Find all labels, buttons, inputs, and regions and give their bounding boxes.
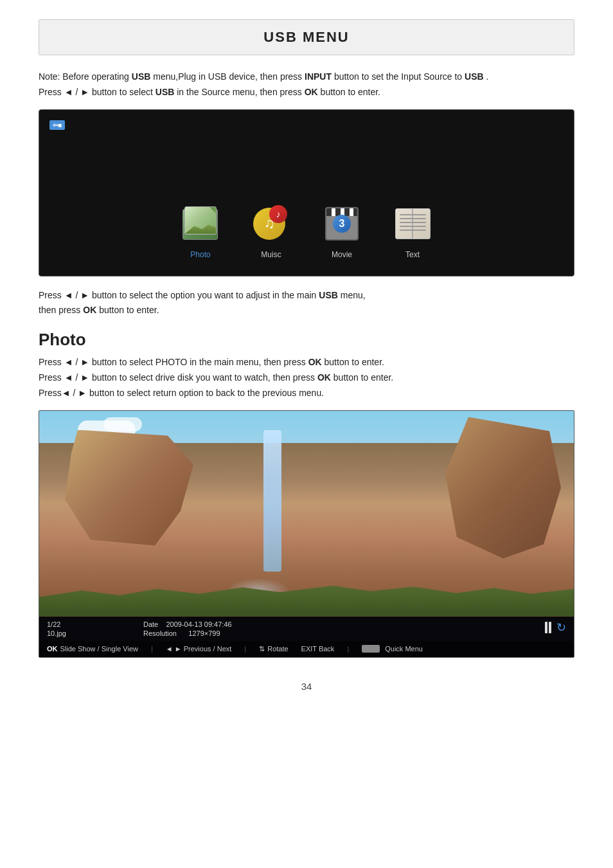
page-number: 34	[39, 681, 574, 692]
note-line1-end: .	[484, 71, 489, 82]
photo-viewer: 1/22 10.jpg Date 2009-04-13 09:47:46 Res…	[39, 410, 574, 658]
photo-filename: 10.jpg	[47, 629, 85, 637]
photo-date-label: Date	[143, 620, 158, 628]
note-ok-bold: OK	[305, 87, 318, 97]
photo-date-row: Date 2009-04-13 09:47:46	[143, 620, 526, 628]
note-line1-post: button to set the Input Source to	[332, 71, 465, 82]
usb-item-movie[interactable]: 3 Movie	[319, 201, 364, 259]
select-line2-pre: then press	[39, 305, 83, 315]
ctrl-exit: EXIT Back	[301, 645, 335, 653]
info-center: Date 2009-04-13 09:47:46 Resolution 1279…	[143, 620, 526, 637]
photo-ok1-bold: OK	[308, 357, 322, 367]
music-icon-box: ♫ ♪	[249, 201, 294, 246]
select-paragraph: Press ◄ / ► button to select the option …	[39, 288, 574, 319]
select-ok-bold: OK	[83, 305, 96, 315]
book-icon	[395, 208, 431, 239]
ctrl-ok: OK Slide Show / Single View	[47, 645, 138, 653]
select-line1-pre: Press ◄ / ► button to select the option …	[39, 290, 319, 300]
select-line1-post: menu,	[338, 290, 366, 300]
photo-icon	[181, 204, 220, 244]
pause-bar-1	[545, 622, 547, 633]
book-line-4	[400, 226, 426, 227]
photo-corner	[209, 207, 216, 213]
usb-icons-row: Photo ♫ ♪ Muisc 3 Movie	[49, 136, 564, 266]
photo-res-row: Resolution 1279×799	[143, 629, 526, 637]
book-line-2	[400, 218, 426, 219]
text-icon-box	[390, 201, 435, 246]
photo-front	[184, 206, 217, 235]
note-input-bold: INPUT	[305, 71, 332, 82]
pause-bar-2	[549, 622, 551, 633]
note-usb2-bold: USB	[465, 71, 484, 82]
ctrl-exit-label: EXIT Back	[301, 645, 335, 653]
ctrl-sep-3: |	[347, 645, 349, 653]
photo-line2-post: button to enter.	[331, 372, 393, 383]
text-label: Text	[405, 250, 420, 259]
photo-line1-pre: Press ◄ / ► button to select PHOTO in th…	[39, 357, 308, 367]
ctrl-ok-action: Slide Show / Single View	[60, 645, 138, 653]
movie-clapboard: 3	[325, 207, 359, 240]
photo-label: Photo	[190, 250, 210, 259]
note-line1-mid: menu,Plug in USB device, then press	[150, 71, 305, 82]
waterfall	[263, 430, 281, 572]
note-usb3-bold: USB	[155, 87, 175, 97]
photo-ok2-bold: OK	[317, 372, 331, 383]
movie-icon: 3	[322, 204, 362, 244]
photo-canvas	[39, 411, 574, 617]
book-line-3	[400, 222, 426, 223]
ctrl-rotate-label: Rotate	[267, 645, 288, 653]
quick-menu-icon	[362, 645, 380, 653]
movie-icon-box: 3	[319, 201, 364, 246]
photo-icon-box	[178, 201, 223, 246]
note-line2-end: button to enter.	[318, 87, 380, 97]
page-title: USB MENU	[39, 29, 574, 46]
photo-counter: 1/22	[47, 620, 85, 628]
page-title-box: USB MENU	[39, 19, 574, 55]
book-lines	[400, 214, 426, 231]
text-icon	[393, 204, 432, 244]
pause-icon	[545, 622, 551, 633]
refresh-icon: ↻	[556, 620, 566, 635]
info-right: ↻	[545, 620, 566, 635]
ctrl-sep-2: |	[244, 645, 246, 653]
movie-number: 3	[333, 215, 351, 233]
usb-screen: ⇦■ Photo ♫ ♪	[39, 109, 574, 276]
book-line-1	[400, 214, 426, 215]
ctrl-quick: Quick Menu	[362, 645, 423, 653]
music-extra: ♪	[269, 205, 287, 223]
note-paragraph-1: Note: Before operating USB menu,Plug in …	[39, 69, 574, 100]
photo-line3: Press◄ / ► button to select return optio…	[39, 388, 324, 398]
info-left: 1/22 10.jpg	[47, 620, 85, 637]
photo-line1-post: button to enter.	[322, 357, 384, 367]
usb-item-text[interactable]: Text	[390, 201, 435, 259]
note-line1-pre: Note: Before operating	[39, 71, 132, 82]
book-line-5	[400, 230, 426, 231]
music-icon: ♫ ♪	[251, 204, 291, 244]
ctrl-ok-key: OK	[47, 645, 58, 653]
cloud-2	[103, 417, 142, 431]
ctrl-quick-label: Quick Menu	[385, 645, 423, 653]
usb-badge: ⇦■	[49, 120, 65, 130]
select-line2-post: button to enter.	[96, 305, 159, 315]
movie-label: Movie	[332, 250, 352, 259]
photo-res-label: Resolution	[143, 629, 177, 637]
ctrl-sep-1: |	[151, 645, 153, 653]
note-line2-post: in the Source menu, then press	[174, 87, 304, 97]
note-usb-bold: USB	[132, 71, 151, 82]
photo-res-value: 1279×799	[188, 629, 220, 637]
photo-mountain	[185, 221, 216, 234]
usb-item-music[interactable]: ♫ ♪ Muisc	[249, 201, 294, 259]
select-usb-bold: USB	[319, 290, 338, 300]
music-label: Muisc	[261, 250, 281, 259]
photo-line2-pre: Press ◄ / ► button to select drive disk …	[39, 372, 317, 383]
usb-item-photo[interactable]: Photo	[178, 201, 223, 259]
ctrl-rotate-icon: ⇅	[259, 645, 265, 653]
photo-controls-bar: OK Slide Show / Single View | ◄ ► Previo…	[39, 641, 574, 657]
photo-info-bar: 1/22 10.jpg Date 2009-04-13 09:47:46 Res…	[39, 617, 574, 641]
photo-heading: Photo	[39, 330, 574, 350]
photo-date-value: 2009-04-13 09:47:46	[166, 620, 231, 628]
note-line2-pre: Press ◄ / ► button to select	[39, 87, 155, 97]
ctrl-prev-next-label: ◄ ► Previous / Next	[166, 645, 231, 653]
ctrl-prev-next: ◄ ► Previous / Next	[166, 645, 231, 653]
ctrl-rotate: ⇅ Rotate	[259, 645, 288, 653]
